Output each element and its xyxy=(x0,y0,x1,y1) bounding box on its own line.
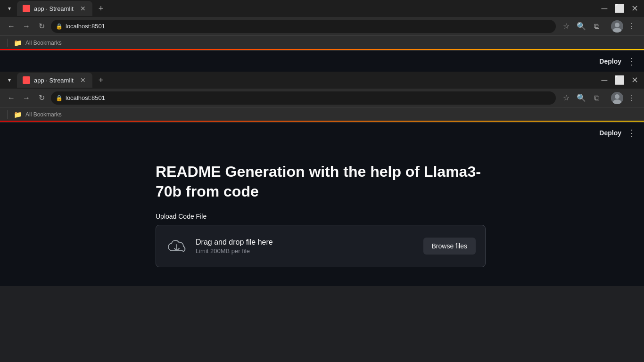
app-title: README Generation with the help of Llama… xyxy=(156,162,486,201)
streamlit-logo-icon xyxy=(24,6,29,11)
address-bar-row-1: ← → ↻ 🔒 localhost:8501 ☆ 🔍 ⧉ ⋮ xyxy=(0,17,644,36)
address-bar-row-2: ← → ↻ 🔒 localhost:8501 ☆ 🔍 ⧉ ⋮ xyxy=(0,89,644,107)
streamlit-bar-2: Deploy ⋮ xyxy=(0,123,644,143)
close-button-2[interactable]: ✕ xyxy=(629,74,640,86)
svg-point-0 xyxy=(24,6,29,11)
minimize-button-2[interactable]: ─ xyxy=(599,74,610,86)
tab-close-2[interactable]: ✕ xyxy=(79,76,87,84)
bookmark-folder-icon-2: 📁 xyxy=(14,111,22,118)
tab-bar-1: ▾ app · Streamlit ✕ + ─ ⬜ ✕ xyxy=(0,0,644,17)
tab-dropdown-2[interactable]: ▾ xyxy=(4,74,15,86)
app-content: README Generation with the help of Llama… xyxy=(0,143,644,286)
lock-icon-1: 🔒 xyxy=(56,23,63,30)
active-tab-2[interactable]: app · Streamlit ✕ xyxy=(17,73,92,88)
maximize-button-1[interactable]: ⬜ xyxy=(614,3,625,14)
extensions-button-2[interactable]: ⧉ xyxy=(590,91,603,105)
address-text-1: localhost:8501 xyxy=(66,23,105,30)
maximize-button-2[interactable]: ⬜ xyxy=(614,74,625,86)
streamlit-menu-2[interactable]: ⋮ xyxy=(627,127,636,139)
address-box-2[interactable]: 🔒 localhost:8501 xyxy=(51,91,556,105)
tab-bar-2: ▾ app · Streamlit ✕ + ─ ⬜ ✕ xyxy=(0,72,644,89)
toolbar-divider-2 xyxy=(607,94,607,102)
browser-window-2: ▾ app · Streamlit ✕ + ─ ⬜ ✕ ← → ↻ 🔒 loca… xyxy=(0,72,644,286)
close-button-1[interactable]: ✕ xyxy=(629,3,640,14)
minimize-button-1[interactable]: ─ xyxy=(599,3,610,14)
streamlit-bar-1: Deploy ⋮ xyxy=(0,51,644,72)
limit-text: Limit 200MB per file xyxy=(196,247,416,255)
upload-label: Upload Code File xyxy=(156,213,206,220)
tab-close-1[interactable]: ✕ xyxy=(79,5,87,12)
bookmarks-label-1[interactable]: All Bookmarks xyxy=(25,40,62,46)
reload-button-2[interactable]: ↻ xyxy=(36,92,47,104)
streamlit-menu-1[interactable]: ⋮ xyxy=(627,56,636,67)
toolbar-right-2: ☆ 🔍 ⧉ ⋮ xyxy=(560,91,638,105)
svg-point-2 xyxy=(615,23,619,27)
address-text-2: localhost:8501 xyxy=(66,94,105,101)
menu-button-1[interactable]: ⋮ xyxy=(625,20,638,33)
bookmarks-label-2[interactable]: All Bookmarks xyxy=(25,111,62,118)
dropdown-icon-2: ▾ xyxy=(8,77,11,83)
search-button-1[interactable]: 🔍 xyxy=(575,20,588,33)
bookmarks-divider-2 xyxy=(8,110,8,119)
forward-button-1[interactable]: → xyxy=(21,21,32,32)
browser-window-1: ▾ app · Streamlit ✕ + ─ ⬜ ✕ ← → ↻ 🔒 loca… xyxy=(0,0,644,72)
deploy-button-2[interactable]: Deploy xyxy=(599,129,621,137)
search-button-2[interactable]: 🔍 xyxy=(575,91,588,105)
bookmarks-bar-1: 📁 All Bookmarks xyxy=(0,36,644,51)
tab-favicon-1 xyxy=(23,5,30,12)
upload-text-block: Drag and drop file here Limit 200MB per … xyxy=(196,238,416,255)
tab-title-1: app · Streamlit xyxy=(34,5,75,12)
forward-button-2[interactable]: → xyxy=(21,92,32,104)
back-button-2[interactable]: ← xyxy=(6,92,17,104)
tab-favicon-2 xyxy=(23,76,30,84)
menu-button-2[interactable]: ⋮ xyxy=(625,91,638,105)
cloud-icon-svg xyxy=(167,239,186,254)
upload-zone[interactable]: Drag and drop file here Limit 200MB per … xyxy=(156,225,486,267)
reload-button-1[interactable]: ↻ xyxy=(36,21,47,32)
lock-icon-2: 🔒 xyxy=(56,95,63,101)
dropdown-icon: ▾ xyxy=(8,5,11,12)
toolbar-divider-1 xyxy=(607,22,607,31)
new-tab-button-1[interactable]: + xyxy=(94,2,107,15)
bookmarks-bar-2: 📁 All Bookmarks xyxy=(0,107,644,123)
active-tab-1[interactable]: app · Streamlit ✕ xyxy=(17,1,92,16)
svg-point-6 xyxy=(615,94,619,99)
svg-point-4 xyxy=(24,78,29,82)
star-button-2[interactable]: ☆ xyxy=(560,91,573,105)
new-tab-button-2[interactable]: + xyxy=(94,74,107,87)
drag-drop-text: Drag and drop file here xyxy=(196,238,416,247)
deploy-button-1[interactable]: Deploy xyxy=(599,58,621,65)
bookmarks-divider-1 xyxy=(8,39,8,47)
profile-icon-2 xyxy=(611,92,623,104)
browse-files-button[interactable]: Browse files xyxy=(423,238,476,255)
back-button-1[interactable]: ← xyxy=(6,21,17,32)
bookmark-folder-icon-1: 📁 xyxy=(14,39,22,47)
profile-avatar-2[interactable] xyxy=(611,92,623,104)
streamlit-logo-icon-2 xyxy=(24,77,29,83)
star-button-1[interactable]: ☆ xyxy=(560,20,573,33)
window-controls-1: ─ ⬜ ✕ xyxy=(599,3,640,14)
cloud-upload-icon xyxy=(165,235,188,257)
toolbar-right-1: ☆ 🔍 ⧉ ⋮ xyxy=(560,20,638,33)
profile-avatar-1[interactable] xyxy=(611,20,623,33)
tab-dropdown-1[interactable]: ▾ xyxy=(4,3,15,14)
profile-icon-1 xyxy=(611,20,623,33)
window-controls-2: ─ ⬜ ✕ xyxy=(599,74,640,86)
tab-title-2: app · Streamlit xyxy=(34,77,75,84)
address-box-1[interactable]: 🔒 localhost:8501 xyxy=(51,20,556,33)
extensions-button-1[interactable]: ⧉ xyxy=(590,20,603,33)
